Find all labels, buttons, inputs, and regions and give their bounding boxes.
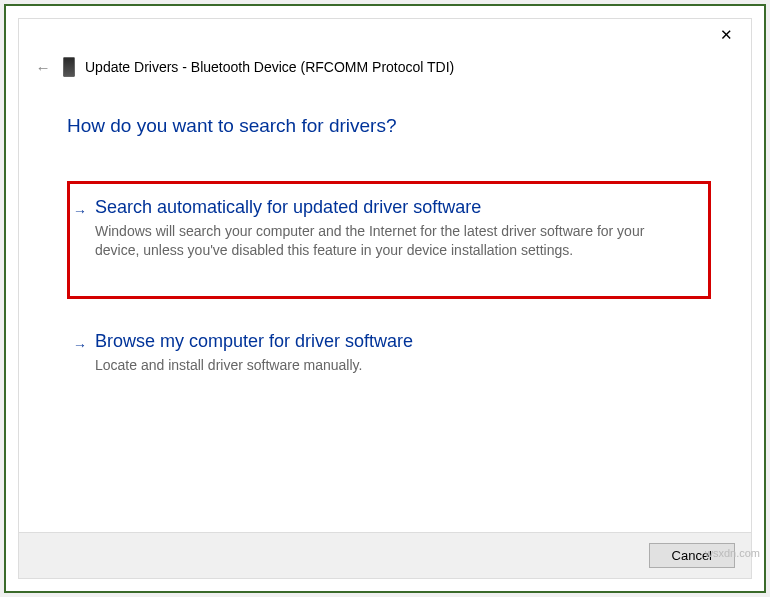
option-title: Browse my computer for driver software — [95, 331, 691, 352]
option-browse-computer[interactable]: → Browse my computer for driver software… — [67, 315, 711, 395]
option-title: Search automatically for updated driver … — [95, 197, 691, 218]
close-icon[interactable]: ✕ — [711, 25, 741, 49]
update-drivers-dialog: ✕ ← Update Drivers - Bluetooth Device (R… — [18, 18, 752, 579]
page-heading: How do you want to search for drivers? — [67, 115, 711, 137]
back-arrow-icon[interactable]: ← — [33, 59, 53, 76]
device-icon — [63, 57, 75, 77]
option-description: Windows will search your computer and th… — [95, 222, 691, 260]
option-description: Locate and install driver software manua… — [95, 356, 691, 375]
arrow-right-icon: → — [73, 337, 87, 353]
arrow-right-icon: → — [73, 203, 87, 219]
dialog-header: ← Update Drivers - Bluetooth Device (RFC… — [19, 49, 751, 77]
watermark: wsxdn.com — [705, 547, 760, 559]
dialog-title: Update Drivers - Bluetooth Device (RFCOM… — [85, 59, 454, 75]
dialog-footer: Cancel — [19, 532, 751, 578]
option-search-automatically[interactable]: → Search automatically for updated drive… — [67, 181, 711, 299]
